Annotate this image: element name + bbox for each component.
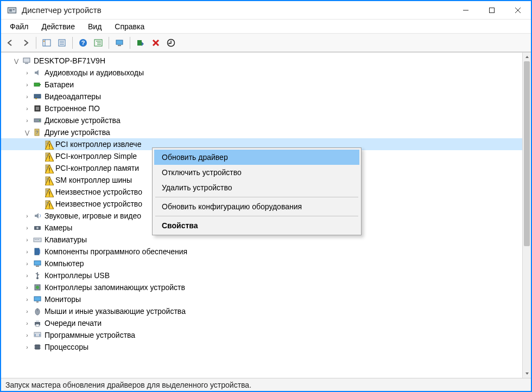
menu-view[interactable]: Вид (83, 21, 107, 32)
svg-point-64 (36, 277, 39, 279)
expander-icon[interactable]: ⋁ (12, 56, 21, 65)
tree-item[interactable]: ›Контроллеры USB (1, 269, 522, 281)
expander-icon[interactable]: › (23, 80, 31, 89)
svg-text:!: ! (48, 202, 50, 209)
tree-item[interactable]: ›Видеоадаптеры (1, 91, 522, 102)
menu-help[interactable]: Справка (109, 21, 150, 32)
tree-item-label: SM контроллер шины (55, 176, 135, 184)
window-title: Диспетчер устройств (22, 5, 453, 15)
svg-rect-20 (116, 40, 123, 44)
unknown-warn-icon: ?! (43, 139, 53, 149)
separator (109, 37, 109, 49)
tree-item-label: Мыши и иные указывающие устройства (45, 307, 189, 316)
expander-icon[interactable]: › (23, 271, 31, 280)
scrollbar-track[interactable] (523, 61, 531, 369)
cpu-icon (33, 342, 42, 352)
expander-icon[interactable]: › (23, 283, 31, 292)
ctx-update-driver[interactable]: Обновить драйвер (154, 150, 359, 165)
scroll-up-icon[interactable] (523, 53, 531, 61)
expander-icon[interactable]: › (23, 343, 31, 351)
tree-root[interactable]: ⋁ DESKTOP-BF71V9H (1, 55, 522, 67)
menu-file[interactable]: Файл (4, 21, 34, 32)
keyboard-icon (33, 235, 42, 245)
ctx-separator (155, 197, 358, 197)
tree-item-label: Контроллеры USB (45, 271, 113, 280)
svg-rect-74 (36, 324, 39, 326)
expander-icon[interactable]: › (23, 319, 31, 327)
minimize-button[interactable] (453, 1, 479, 20)
expander-icon[interactable]: › (23, 331, 31, 339)
expander-icon[interactable]: › (23, 247, 31, 256)
maximize-button[interactable] (479, 1, 505, 20)
tree-item[interactable]: ›Компьютер (1, 258, 522, 269)
device-tree-button[interactable] (91, 36, 105, 50)
scrollbar-thumb[interactable] (524, 61, 530, 246)
expander-icon[interactable]: › (23, 104, 31, 113)
content-area: ⋁ DESKTOP-BF71V9H ›Аудиовходы и аудиовых… (1, 52, 531, 391)
tree-item[interactable]: ›Компоненты программного обеспечения (1, 246, 522, 258)
firmware-icon (33, 104, 42, 113)
tree-item-other-devices[interactable]: ⋁?Другие устройства (1, 126, 522, 138)
tree-item[interactable]: ›Процессоры (1, 341, 522, 353)
usb-icon (33, 271, 42, 280)
ctx-properties[interactable]: Свойства (154, 218, 359, 233)
menu-action[interactable]: Действие (36, 21, 80, 32)
expander-icon[interactable]: › (23, 116, 31, 125)
svg-text:!: ! (48, 154, 50, 162)
svg-rect-2 (12, 9, 15, 10)
tree-item[interactable]: ›Встроенное ПО (1, 102, 522, 114)
tree-item-label: Звуковые, игровые и видео (45, 211, 144, 220)
tree-item[interactable]: ›Мыши и иные указывающие устройства (1, 305, 522, 317)
expander-icon[interactable]: › (23, 235, 31, 244)
uninstall-button[interactable] (149, 36, 163, 50)
tree-item[interactable]: ›Клавиатуры (1, 234, 522, 246)
expander-icon[interactable]: › (23, 92, 31, 101)
expander-icon[interactable]: › (23, 211, 31, 220)
tree-item[interactable]: ›Батареи (1, 79, 522, 91)
computer-icon (22, 56, 31, 66)
svg-rect-63 (36, 266, 39, 267)
scroll-down-icon[interactable] (523, 369, 531, 378)
ctx-item-label: Свойства (162, 221, 198, 230)
expander-icon[interactable]: ⋁ (23, 128, 31, 137)
ctx-delete-device[interactable]: Удалить устройство (154, 180, 359, 195)
menubar: Файл Действие Вид Справка (1, 20, 531, 34)
expander-icon[interactable]: › (23, 259, 31, 268)
toolbar: ? (1, 34, 531, 52)
scan-hardware-button[interactable] (134, 36, 148, 50)
storage-icon (33, 282, 42, 292)
status-text: Запуск мастера обновления драйверов для … (5, 381, 251, 389)
help-button[interactable]: ? (76, 36, 90, 50)
expander-icon[interactable]: › (23, 295, 31, 304)
tree-item-label: Видеоадаптеры (45, 92, 104, 101)
tree-item[interactable]: ›Дисковые устройства (1, 114, 522, 126)
show-computer-button[interactable] (112, 36, 126, 50)
expander-icon[interactable]: › (23, 68, 31, 77)
show-hide-console-button[interactable] (40, 36, 54, 50)
ctx-disable-device[interactable]: Отключить устройство (154, 165, 359, 180)
close-button[interactable] (505, 1, 531, 20)
expander-icon[interactable]: › (23, 223, 31, 232)
svg-text:!: ! (48, 190, 50, 197)
forward-button[interactable] (18, 36, 33, 50)
svg-rect-58 (36, 239, 37, 240)
svg-rect-57 (35, 239, 36, 240)
vertical-scrollbar[interactable] (522, 53, 531, 378)
svg-text:!: ! (48, 142, 50, 150)
tree-item[interactable]: ›Мониторы (1, 293, 522, 305)
sound-icon (33, 211, 42, 221)
tree-item[interactable]: ›Аудиовходы и аудиовыходы (1, 67, 522, 79)
svg-rect-7 (43, 40, 50, 46)
back-button[interactable] (3, 36, 17, 50)
tree-item[interactable]: ›Контроллеры запоминающих устройств (1, 281, 522, 293)
tree-item[interactable]: ›Программные устройства (1, 329, 522, 341)
ctx-rescan[interactable]: Обновить конфигурацию оборудования (154, 199, 359, 214)
expander-icon[interactable]: › (23, 307, 31, 316)
properties-button[interactable] (55, 36, 69, 50)
ctx-item-label: Отключить устройство (162, 168, 242, 177)
update-driver-button[interactable] (164, 36, 178, 50)
svg-rect-28 (34, 94, 41, 98)
device-manager-window: Диспетчер устройств Файл Действие Вид Сп… (0, 0, 532, 392)
tree-item[interactable]: ›Очереди печати (1, 317, 522, 329)
ctx-item-label: Обновить конфигурацию оборудования (162, 202, 302, 211)
